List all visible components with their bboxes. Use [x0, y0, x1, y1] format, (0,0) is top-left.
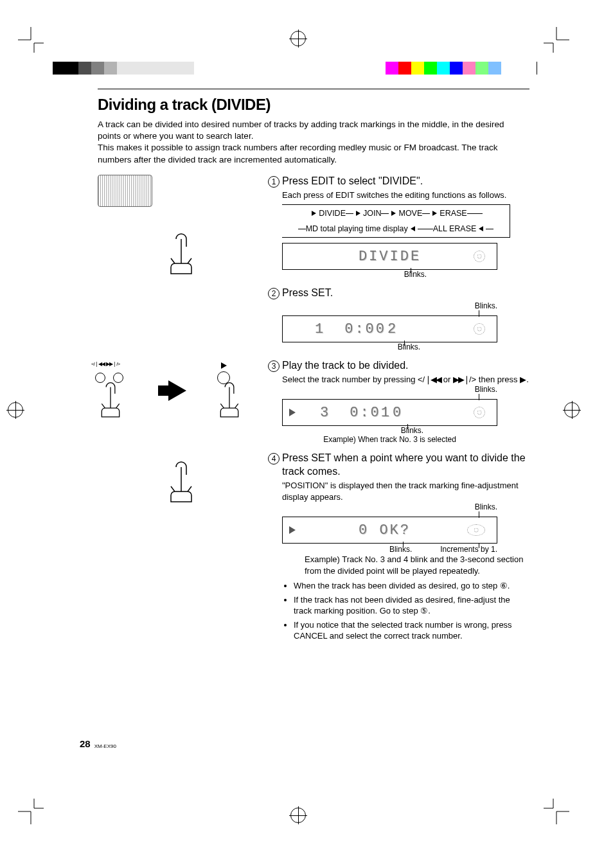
arrow-right-icon: [168, 380, 186, 401]
step-sub: Each press of EDIT switches the editing …: [282, 190, 529, 201]
step-sub: "POSITION" is displayed then the track m…: [282, 480, 529, 502]
play-icon: [221, 362, 227, 369]
step-title: Play the track to be divided.: [282, 359, 409, 373]
lcd-text: 0 OK?: [359, 522, 411, 538]
annotation: Blinks.: [282, 385, 497, 394]
color-swatches: [386, 62, 537, 75]
step-3: 3 Play the track to be divided. Select t…: [268, 359, 529, 444]
page-title: Dividing a track (DIVIDE): [98, 96, 529, 114]
flow-item: DIVIDE: [319, 209, 346, 218]
next-track-icon: [453, 375, 469, 384]
flow-item: ERASE: [440, 209, 466, 218]
crop-mark-icon: [18, 27, 44, 53]
disc-icon: [467, 524, 485, 536]
edit-flow-diagram: DIVIDE JOIN MOVE ERASE MD total playing …: [282, 204, 510, 238]
lcd-track: 3: [320, 405, 330, 421]
registration-mark-top: [290, 31, 306, 46]
intro-paragraph: A track can be divided into desired numb…: [98, 119, 529, 166]
press-hand-icon: [162, 233, 200, 280]
example-text: Example) Track No. 3 and 4 blink and the…: [282, 554, 529, 576]
device-icon: [98, 175, 152, 207]
step-title: Press SET.: [282, 287, 333, 300]
annotation: Blinks.: [282, 426, 497, 435]
play-icon: [289, 409, 296, 416]
disc-icon: [474, 323, 485, 335]
press-hand-icon: [210, 382, 249, 423]
flow-item: MOVE: [398, 209, 422, 218]
note-item: If you notice that the selected track nu…: [294, 619, 529, 642]
step-title: Press EDIT to select "DIVIDE".: [282, 175, 423, 188]
print-crop-marks: [0, 30, 613, 55]
step-4: 4 Press SET when a point where you want …: [268, 452, 529, 642]
step-number-icon: 4: [268, 453, 280, 465]
top-rule: [98, 89, 529, 89]
crop-mark-icon: [544, 27, 569, 53]
registration-mark-bottom: [290, 808, 306, 823]
flow-item: JOIN: [363, 209, 381, 218]
step-sub: Select the track number by pressing </ o…: [282, 374, 529, 385]
lcd-track: 1: [315, 321, 325, 337]
step-number-icon: 2: [268, 288, 280, 299]
disc-icon: [474, 407, 485, 418]
annotation: Increments by 1.: [440, 545, 497, 554]
step-number-icon: 3: [268, 360, 280, 372]
press-hand-icon: [162, 461, 200, 508]
step-2: 2 Press SET. Blinks. 1 0:00 2 Blinks.: [268, 287, 529, 351]
crop-mark-icon: [18, 799, 44, 824]
gray-swatches: [53, 62, 194, 75]
step-title: Press SET when a point where you want to…: [282, 452, 529, 479]
model-name: XM-EX90: [94, 743, 116, 749]
flow-item: ALL ERASE: [433, 224, 477, 233]
page-number: 28: [80, 738, 91, 749]
play-icon: [520, 375, 526, 384]
disc-icon: [474, 251, 485, 262]
step-number-icon: 1: [268, 176, 280, 188]
registration-mark-left: [8, 402, 23, 418]
registration-mark-right: [564, 402, 580, 418]
annotation: Blinks.: [282, 342, 497, 351]
page-footer: 28 XM-EX90: [80, 738, 116, 749]
press-hand-icon: [91, 382, 130, 423]
lcd-display: 1 0:00 2: [282, 315, 497, 342]
prev-track-icon: [425, 375, 441, 384]
lcd-display: 0 OK?: [282, 517, 497, 544]
note-item: When the track has been divided as desir…: [294, 580, 529, 592]
annotation: Blinks.: [282, 502, 497, 511]
annotation: Blinks.: [282, 301, 497, 310]
crop-mark-icon: [544, 799, 569, 824]
lcd-display: 3 0:01 0: [282, 399, 497, 426]
lcd-display: DIVIDE: [282, 243, 497, 270]
notes-list: When the track has been divided as desir…: [294, 580, 529, 642]
note-item: If the track has not been divided as des…: [294, 594, 529, 617]
lcd-time: 0:01: [350, 405, 391, 421]
illustration-column: </❘◀◀ ▶▶❘/>: [91, 175, 262, 525]
flow-item: MD total playing time display: [306, 224, 408, 233]
annotation: Blinks.: [282, 270, 497, 279]
lcd-index: 0: [393, 405, 403, 421]
annotation: Blinks.: [389, 545, 412, 554]
transport-label: </❘◀◀ ▶▶❘/>: [91, 361, 120, 367]
play-icon: [289, 526, 296, 534]
step-1: 1 Press EDIT to select "DIVIDE". Each pr…: [268, 175, 529, 279]
lcd-index: 2: [387, 321, 398, 337]
lcd-time: 0:00: [344, 321, 386, 337]
example-text: Example) When track No. 3 is selected: [282, 435, 497, 444]
lcd-text: DIVIDE: [359, 249, 421, 265]
